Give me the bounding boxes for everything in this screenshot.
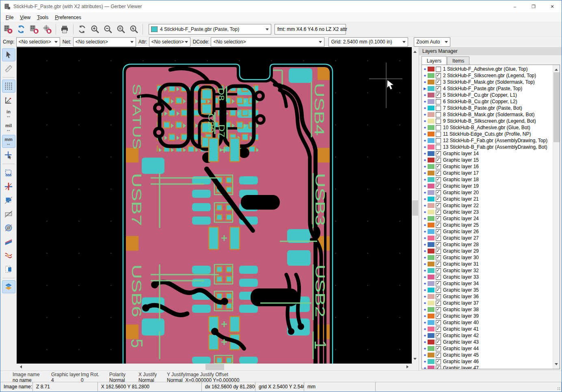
layer-row[interactable]: Graphic layer 32 [422,267,560,274]
layer-color-swatch[interactable] [428,268,434,273]
layer-color-swatch[interactable] [428,340,434,344]
layer-row[interactable]: Graphic layer 17 [422,170,560,176]
diff-mode-button[interactable] [2,235,15,248]
layer-color-swatch[interactable] [428,119,434,123]
layer-color-swatch[interactable] [428,112,434,117]
zoom-select[interactable]: Zoom Auto [414,37,450,47]
sketch-polygons-button[interactable] [2,194,15,207]
layer-row[interactable]: Graphic layer 36 [422,293,560,300]
layer-visibility-checkbox[interactable] [436,301,441,306]
layer-row[interactable]: Graphic layer 46 [422,358,560,365]
layer-color-swatch[interactable] [428,275,434,279]
layer-visibility-checkbox[interactable] [436,236,441,241]
zoom-selection-button[interactable] [128,23,140,35]
show-footprints-button[interactable] [2,166,15,179]
layer-row[interactable]: 3 StickHub-F_Mask.gbr (Soldermask, Top) [422,79,560,85]
scroll-up-arrow[interactable] [413,49,417,53]
layer-color-swatch[interactable] [428,132,434,136]
layer-color-swatch[interactable] [428,333,434,338]
layer-row[interactable]: Graphic layer 20 [422,189,560,196]
layer-color-swatch[interactable] [428,190,434,195]
layer-row[interactable]: Graphic layer 31 [422,261,560,267]
fullscreen-crosshair-button[interactable] [2,180,15,193]
layer-color-swatch[interactable] [428,366,434,369]
layer-row[interactable]: Graphic layer 30 [422,254,560,261]
layer-visibility-checkbox[interactable] [436,158,441,163]
layer-color-swatch[interactable] [428,99,434,104]
layer-row[interactable]: Graphic layer 43 [422,339,560,345]
layer-visibility-checkbox[interactable] [436,112,441,117]
layer-visibility-checkbox[interactable] [436,359,441,364]
layer-color-swatch[interactable] [428,294,434,299]
scroll-up-arrow[interactable] [555,67,558,71]
polar-coords-button[interactable]: rθ [2,93,15,106]
layer-visibility-checkbox[interactable] [436,229,441,234]
layer-row[interactable]: Graphic layer 23 [422,209,560,215]
layer-color-swatch[interactable] [428,359,434,364]
layer-color-swatch[interactable] [428,106,434,110]
layer-visibility-checkbox[interactable] [436,281,441,286]
layer-row[interactable]: Graphic layer 25 [422,222,560,228]
units-mm-button[interactable]: mm↔ [2,135,15,148]
layer-color-swatch[interactable] [428,216,434,221]
layer-visibility-checkbox[interactable] [436,145,441,150]
layer-color-swatch[interactable] [428,353,434,357]
active-layer-select[interactable]: 4 StickHub-F_Paste.gbr (Paste, Top) [149,24,271,35]
grid-select[interactable]: Grid: 2.5400 mm (0.1000 in) [329,37,408,47]
menu-item[interactable]: View [17,13,34,22]
scroll-down-arrow[interactable] [413,358,417,362]
open-gerber-file-button[interactable] [28,23,40,35]
layer-color-swatch[interactable] [428,158,434,162]
net-select[interactable]: <No selection> [73,37,136,47]
cmp-select[interactable]: <No selection> [16,37,60,47]
layer-row[interactable]: 9 StickHub-B_Silkscreen.gbr (Legend, Bot… [422,118,560,124]
layer-color-swatch[interactable] [428,125,434,130]
maximize-button[interactable]: ❐ [524,0,543,13]
scroll-right-arrow[interactable] [406,365,410,368]
clear-all-layers-button[interactable] [2,23,14,35]
layer-visibility-checkbox[interactable] [436,151,441,156]
layer-visibility-checkbox[interactable] [436,177,441,182]
layer-row[interactable]: 10 StickHub-B_Adhesive.gbr (Glue, Bot) [422,124,560,131]
layer-color-swatch[interactable] [428,171,434,175]
ghost-negative-button[interactable] [2,249,15,262]
layer-color-swatch[interactable] [428,67,434,71]
close-button[interactable]: ✕ [543,0,562,13]
attr-select[interactable]: <No selection> [149,37,190,47]
zoom-fit-button[interactable] [115,23,127,35]
layer-row[interactable]: Graphic layer 14 [422,150,560,157]
show-page-limits-button[interactable] [2,263,15,276]
layer-color-swatch[interactable] [428,307,434,312]
layer-row[interactable]: Graphic layer 44 [422,345,560,352]
zoom-in-button[interactable] [89,23,101,35]
layer-color-swatch[interactable] [428,301,434,305]
tab-items[interactable]: Items [447,56,469,65]
layer-color-swatch[interactable] [428,177,434,182]
layer-color-swatch[interactable] [428,320,434,325]
layer-visibility-checkbox[interactable] [436,197,441,202]
layer-visibility-checkbox[interactable] [436,93,441,98]
select-tool-button[interactable] [2,48,15,61]
layer-visibility-checkbox[interactable] [436,262,441,267]
titlebar[interactable]: StickHub-F_Paste.gbr (with X2 attributes… [0,0,562,13]
menu-item[interactable]: Preferences [52,13,84,22]
layer-visibility-checkbox[interactable] [436,203,441,208]
layers-list-scrollbar[interactable] [553,65,560,369]
layer-color-swatch[interactable] [428,288,434,292]
units-inches-button[interactable]: in↔ [2,107,15,120]
minimize-button[interactable]: – [506,0,524,13]
layer-visibility-checkbox[interactable] [436,242,441,247]
scroll-down-arrow[interactable] [555,363,558,367]
layer-visibility-checkbox[interactable] [436,294,441,299]
layer-color-swatch[interactable] [428,203,434,208]
menu-item[interactable]: Tools [34,13,52,22]
measure-tool-button[interactable] [2,62,15,75]
layer-visibility-checkbox[interactable] [436,353,441,358]
layer-row[interactable]: Graphic layer 27 [422,235,560,241]
layer-color-swatch[interactable] [428,229,434,234]
reload-all-layers-button[interactable] [15,23,27,35]
layer-visibility-checkbox[interactable] [436,210,441,215]
layer-row[interactable]: 1 StickHub-F_Adhesive.gbr (Glue, Top) [422,66,560,72]
layer-color-swatch[interactable] [428,249,434,253]
layer-row[interactable]: Graphic layer 22 [422,202,560,209]
